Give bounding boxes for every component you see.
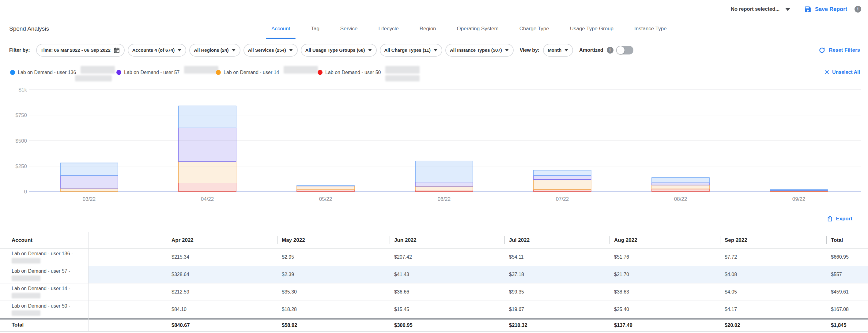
col-header-aug: Aug 2022 [610,232,720,248]
time-filter-label: Time: 06 Mar 2022 - 06 Sep 2022 [41,47,111,53]
spacer-cell [88,301,167,318]
svg-text:$500: $500 [15,138,27,144]
tab-usage-type-group[interactable]: Usage Type Group [569,19,614,39]
tab-instance-type[interactable]: Instance Type [634,19,668,39]
value-cell: $215.34 [167,248,277,266]
info-icon[interactable]: i [855,6,861,12]
export-icon [827,215,833,222]
spend-chart[interactable]: $1k$750$500$250003/2204/2205/2206/2207/2… [0,83,868,212]
account-cell: Lab on Demand - user 50 - [0,301,88,318]
tab-service[interactable]: Service [340,19,358,39]
spacer-cell [88,284,167,301]
accounts-filter[interactable]: Accounts 4 (of 674) [128,44,186,57]
instance-types-filter[interactable]: All Instance Types (507) [445,44,514,57]
total-cell: $210.32 [504,319,610,331]
value-cell: $167.08 [826,301,868,318]
value-cell: $207.42 [390,248,504,266]
value-cell: $328.64 [167,266,277,283]
regions-filter[interactable]: All Regions (24) [189,44,240,57]
value-cell: $19.67 [504,301,610,318]
value-cell: $4.17 [720,301,826,318]
redacted-text [385,75,420,81]
tab-lifecycle[interactable]: Lifecycle [378,19,399,39]
value-cell: $18.28 [277,301,390,318]
total-label: Total [0,319,88,331]
tab-bar: Account Tag Service Lifecycle Region Ope… [271,19,668,39]
col-header-apr: Apr 2022 [167,232,277,248]
chevron-down-icon [505,49,509,52]
charge-types-filter[interactable]: All Charge Types (11) [380,44,442,57]
tab-charge-type[interactable]: Charge Type [519,19,550,39]
chevron-down-icon [785,8,790,11]
save-report-button[interactable]: Save Report [804,5,847,13]
regions-filter-label: All Regions (24) [194,47,228,53]
value-cell: $38.63 [610,284,720,301]
value-cell: $41.43 [390,266,504,283]
col-header-may: May 2022 [277,232,390,248]
table-row[interactable]: Lab on Demand - user 14 - $212.59 $35.30… [0,284,868,301]
tab-tag[interactable]: Tag [310,19,320,39]
export-button[interactable]: Export [827,215,852,222]
title-bar: Spend Analysis Account Tag Service Lifec… [0,19,868,39]
value-cell: $2.39 [277,266,390,283]
amortized-toggle[interactable] [616,46,633,55]
chevron-down-icon [289,49,293,52]
page-title: Spend Analysis [9,25,49,32]
svg-text:$750: $750 [15,112,27,118]
tab-region[interactable]: Region [419,19,437,39]
unselect-all-button[interactable]: Unselect All [825,69,860,75]
col-header-jun: Jun 2022 [390,232,504,248]
legend-item-user-50[interactable]: Lab on Demand - user 50 [318,69,420,76]
redacted-text [12,310,40,316]
col-header-jul: Jul 2022 [504,232,610,248]
table-row[interactable]: Lab on Demand - user 50 - $84.10 $18.28 … [0,301,868,318]
svg-text:08/22: 08/22 [674,196,687,202]
export-row: Export [0,212,868,232]
chart-legend: Lab on Demand - user 136 Lab on Demand -… [0,61,868,83]
view-by-select[interactable]: Month [543,44,573,57]
tab-account[interactable]: Account [271,19,291,39]
svg-text:05/22: 05/22 [319,196,332,202]
time-filter[interactable]: Time: 06 Mar 2022 - 06 Sep 2022 [36,44,125,57]
amortized-info-icon[interactable]: i [607,47,614,54]
table-row[interactable]: Lab on Demand - user 136 - $215.34 $2.95… [0,248,868,266]
filter-bar: Filter by: Time: 06 Mar 2022 - 06 Sep 20… [0,39,868,61]
redacted-text [81,66,115,74]
usage-type-groups-filter[interactable]: All Usage Type Groups (68) [301,44,377,57]
chevron-down-icon [177,49,182,52]
legend-dot-orange [216,70,221,75]
legend-item-user-57[interactable]: Lab on Demand - user 57 [116,69,218,76]
usage-type-groups-filter-label: All Usage Type Groups (68) [305,47,365,53]
redacted-text [12,258,40,264]
services-filter-label: All Services (254) [248,47,286,53]
spacer-cell [88,266,167,283]
services-filter[interactable]: All Services (254) [244,44,298,57]
spacer-cell [88,248,167,266]
save-icon [804,5,812,13]
spacer-cell [88,319,167,331]
value-cell: $84.10 [167,301,277,318]
reset-filters-button[interactable]: Reset Filters [818,46,860,54]
svg-text:03/22: 03/22 [83,196,96,202]
reset-filters-label: Reset Filters [829,47,860,53]
svg-text:0: 0 [24,189,27,195]
redacted-text [284,66,318,74]
spend-table: Account Apr 2022 May 2022 Jun 2022 Jul 2… [0,232,868,332]
value-cell: $99.35 [504,284,610,301]
total-cell: $58.92 [277,319,390,331]
redacted-text [75,75,112,81]
col-header-sep: Sep 2022 [720,232,826,248]
redacted-text [12,293,40,298]
tab-operating-system[interactable]: Operating System [456,19,499,39]
account-cell: Lab on Demand - user 136 - [0,248,88,266]
total-cell: $20.02 [720,319,826,331]
chevron-down-icon [564,49,568,52]
legend-dot-blue [10,70,15,75]
table-row[interactable]: Lab on Demand - user 57 - $328.64 $2.39 … [0,266,868,284]
report-selector[interactable]: No report selected... [731,6,790,12]
legend-item-user-136[interactable]: Lab on Demand - user 136 [10,69,115,76]
total-cell: $137.49 [610,319,720,331]
legend-item-user-14[interactable]: Lab on Demand - user 14 [216,69,318,76]
total-cell: $1,845 [826,319,868,331]
export-label: Export [836,216,852,222]
